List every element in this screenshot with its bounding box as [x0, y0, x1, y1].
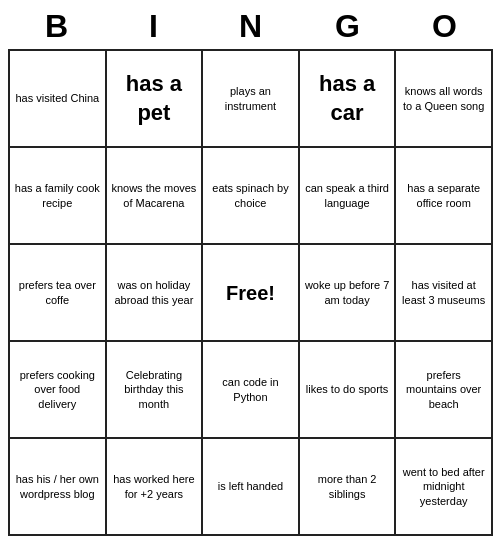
bingo-cell-13[interactable]: woke up before 7 am today [300, 245, 397, 342]
bingo-cell-23[interactable]: more than 2 siblings [300, 439, 397, 536]
bingo-cell-11[interactable]: was on holiday abroad this year [107, 245, 204, 342]
bingo-cell-0[interactable]: has visited China [10, 51, 107, 148]
bingo-cell-16[interactable]: Celebrating birthday this month [107, 342, 204, 439]
bingo-cell-20[interactable]: has his / her own wordpress blog [10, 439, 107, 536]
bingo-cell-1[interactable]: has a pet [107, 51, 204, 148]
bingo-cell-3[interactable]: has a car [300, 51, 397, 148]
bingo-cell-2[interactable]: plays an instrument [203, 51, 300, 148]
bingo-letter-n: N [207, 8, 295, 45]
bingo-cell-22[interactable]: is left handed [203, 439, 300, 536]
bingo-cell-12[interactable]: Free! [203, 245, 300, 342]
bingo-cell-18[interactable]: likes to do sports [300, 342, 397, 439]
bingo-letter-g: G [304, 8, 392, 45]
bingo-cell-5[interactable]: has a family cook recipe [10, 148, 107, 245]
bingo-cell-17[interactable]: can code in Python [203, 342, 300, 439]
bingo-grid: has visited Chinahas a petplays an instr… [8, 49, 493, 536]
bingo-cell-9[interactable]: has a separate office room [396, 148, 493, 245]
bingo-cell-7[interactable]: eats spinach by choice [203, 148, 300, 245]
bingo-cell-14[interactable]: has visited at least 3 museums [396, 245, 493, 342]
bingo-cell-21[interactable]: has worked here for +2 years [107, 439, 204, 536]
bingo-header: BINGO [8, 8, 493, 45]
bingo-cell-15[interactable]: prefers cooking over food delivery [10, 342, 107, 439]
bingo-cell-24[interactable]: went to bed after midnight yesterday [396, 439, 493, 536]
bingo-cell-19[interactable]: prefers mountains over beach [396, 342, 493, 439]
bingo-cell-6[interactable]: knows the moves of Macarena [107, 148, 204, 245]
bingo-letter-o: O [401, 8, 489, 45]
bingo-letter-b: B [13, 8, 101, 45]
bingo-cell-10[interactable]: prefers tea over coffe [10, 245, 107, 342]
bingo-cell-4[interactable]: knows all words to a Queen song [396, 51, 493, 148]
bingo-cell-8[interactable]: can speak a third language [300, 148, 397, 245]
bingo-letter-i: I [110, 8, 198, 45]
